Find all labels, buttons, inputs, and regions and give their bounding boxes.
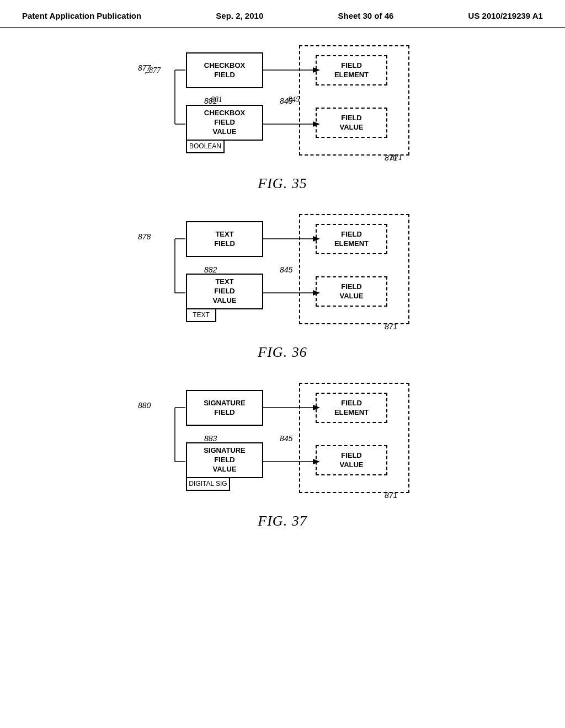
sheet-label: Sheet 30 of 46 bbox=[338, 10, 393, 22]
fig37-left-bottom-group: SIGNATUREFIELDVALUE DIGITAL SIG bbox=[167, 442, 263, 492]
fig36-ref-878: 878 bbox=[138, 232, 151, 241]
fig36-field-value-box: FIELDVALUE bbox=[316, 276, 387, 307]
fig36-ref-871: 871 bbox=[385, 322, 397, 331]
fig36-label: FIG. 36 bbox=[258, 344, 307, 361]
fig35-ref-845: 845 bbox=[280, 97, 292, 105]
fig35-ref-877: 877 bbox=[138, 63, 151, 72]
page-header: Patent Application Publication Sep. 2, 2… bbox=[0, 0, 565, 28]
fig37-signature-field-box: SIGNATUREFIELD bbox=[186, 390, 263, 426]
fig36-field-element-box: FIELDELEMENT bbox=[316, 224, 387, 254]
fig36-text-field-box: TEXTFIELD bbox=[186, 221, 263, 257]
fig35-checkbox-field-value-box: CHECKBOXFIELDVALUE bbox=[186, 105, 263, 141]
figure-36-diagram: TEXTFIELD TEXTFIELDVALUE TEXT FIELDELEME… bbox=[128, 213, 437, 340]
figure-37-section: SIGNATUREFIELD SIGNATUREFIELDVALUE DIGIT… bbox=[33, 382, 532, 539]
fig37-ref-845: 845 bbox=[280, 434, 292, 443]
fig37-label: FIG. 37 bbox=[258, 513, 307, 529]
fig35-ref-881: 881 bbox=[204, 97, 217, 105]
figure-37-diagram: SIGNATUREFIELD SIGNATUREFIELDVALUE DIGIT… bbox=[128, 382, 437, 508]
fig37-field-value-box: FIELDVALUE bbox=[316, 445, 387, 475]
figure-35-diagram: CHECKBOXFIELD CHECKBOXFIELDVALUE BOOLEAN… bbox=[128, 44, 437, 171]
publication-label: Patent Application Publication bbox=[22, 10, 141, 22]
main-content: CHECKBOXFIELD CHECKBOXFIELDVALUE BOOLEAN… bbox=[0, 28, 565, 561]
fig37-ref-871: 871 bbox=[385, 491, 397, 500]
fig35-field-element-box: FIELDELEMENT bbox=[316, 55, 387, 85]
figure-35-section: CHECKBOXFIELD CHECKBOXFIELDVALUE BOOLEAN… bbox=[33, 44, 532, 202]
fig35-ref-871: 871 bbox=[385, 153, 397, 162]
patent-number: US 2010/219239 A1 bbox=[468, 10, 543, 22]
fig37-ref-883: 883 bbox=[204, 434, 217, 443]
date-label: Sep. 2, 2010 bbox=[216, 10, 263, 22]
fig37-digital-sig-box: DIGITAL SIG bbox=[186, 477, 230, 491]
fig35-boolean-box: BOOLEAN bbox=[186, 140, 225, 153]
fig37-field-element-box: FIELDELEMENT bbox=[316, 393, 387, 423]
fig35-left-bottom-group: CHECKBOXFIELDVALUE BOOLEAN bbox=[167, 105, 263, 154]
fig36-left-bottom-group: TEXTFIELDVALUE TEXT bbox=[167, 274, 263, 323]
fig37-ref-880: 880 bbox=[138, 401, 151, 410]
figure-36-section: TEXTFIELD TEXTFIELDVALUE TEXT FIELDELEME… bbox=[33, 213, 532, 371]
fig35-field-value-box: FIELDVALUE bbox=[316, 108, 387, 138]
fig35-checkbox-field-box: CHECKBOXFIELD bbox=[186, 52, 263, 88]
fig36-text-box: TEXT bbox=[186, 308, 216, 322]
fig36-ref-882: 882 bbox=[204, 265, 217, 274]
fig36-text-field-value-box: TEXTFIELDVALUE bbox=[186, 274, 263, 309]
fig36-ref-845: 845 bbox=[280, 265, 292, 274]
fig37-signature-field-value-box: SIGNATUREFIELDVALUE bbox=[186, 442, 263, 478]
fig35-label: FIG. 35 bbox=[258, 175, 307, 192]
